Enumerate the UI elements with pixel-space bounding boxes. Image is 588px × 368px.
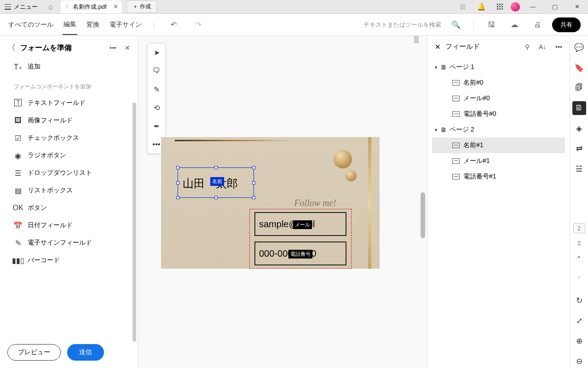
component-signature[interactable]: ✎電子サインフィールド	[0, 234, 138, 252]
sort-icon[interactable]: A↓	[539, 43, 546, 51]
panel-close-icon[interactable]: ✕	[125, 44, 130, 52]
tree-page-1[interactable]: ▾ 🗎 ページ 1	[432, 59, 565, 75]
form-field-email[interactable]: sample@mail メール	[254, 212, 346, 236]
field-icon	[452, 80, 460, 86]
pen-icon[interactable]: ✒	[151, 121, 161, 131]
highlight-icon[interactable]: ✎	[151, 84, 161, 94]
pages-icon[interactable]: 🗐	[572, 81, 586, 95]
components-section-label: フォームコンポーネントを追加	[0, 75, 138, 94]
field-icon	[452, 174, 460, 179]
form-field-phone[interactable]: 000-0000-000 電話番号	[254, 242, 346, 265]
preview-button[interactable]: プレビュー	[7, 344, 61, 361]
email-field-label: メール	[293, 220, 312, 229]
save-icon[interactable]: 🖫	[487, 20, 496, 29]
document-panel-icon[interactable]: 🗎	[572, 101, 586, 115]
document-tab[interactable]: ☆ 名刺作成.pdf ✕	[61, 0, 122, 13]
tree-page-2[interactable]: ▾ 🗎 ページ 2	[432, 122, 565, 138]
left-panel-title: フォームを準備	[20, 43, 101, 53]
form-field-name[interactable]: 山田 太郎 名前	[178, 167, 254, 198]
lasso-icon[interactable]: ⟲	[151, 103, 161, 113]
page-current-input[interactable]: 2	[573, 223, 585, 233]
rotate-icon[interactable]: ↻	[572, 293, 586, 307]
add-item[interactable]: T₊ 追加	[0, 58, 138, 75]
tree-field-phone1[interactable]: 電話番号#1	[432, 169, 565, 184]
chat-icon[interactable]: 💬	[572, 40, 586, 54]
tree-field-phone0[interactable]: 電話番号#0	[432, 106, 565, 122]
zoom-out-icon[interactable]: ⊖	[572, 354, 586, 368]
tab-convert[interactable]: 変換	[86, 15, 100, 34]
business-card: Follow me! 山田 太郎 名前 sample@mail メール 000-…	[161, 137, 380, 269]
component-text-field[interactable]: 🅃テキストフィールド	[0, 94, 138, 112]
print-icon[interactable]: 🖨	[533, 20, 542, 29]
pointer-icon[interactable]: ➤	[151, 47, 161, 58]
cloud-upload-icon[interactable]: ☁	[510, 20, 519, 29]
button-icon: OK	[14, 204, 22, 212]
canvas-scrollbar[interactable]	[421, 192, 425, 238]
field-icon	[452, 111, 460, 117]
component-dropdown[interactable]: ☰ドロップダウンリスト	[0, 164, 138, 182]
help-icon[interactable]: ？⃝	[458, 2, 467, 12]
tree-field-name0[interactable]: 名前#0	[432, 75, 565, 91]
undo-icon[interactable]: ↶	[169, 20, 178, 29]
component-button[interactable]: OKボタン	[0, 199, 138, 217]
outline-icon[interactable]: ☱	[572, 162, 586, 176]
left-scrollbar[interactable]	[133, 103, 136, 342]
redo-icon[interactable]: ↷	[194, 20, 203, 29]
dropdown-icon: ☰	[14, 169, 22, 177]
chevron-down-icon: ▾	[435, 127, 438, 133]
create-button[interactable]: ＋ 作成	[127, 0, 157, 13]
card-decor-stripe	[368, 137, 371, 269]
main-toolbar: すべてのツール 編集 変換 電子サイン ↶ ↷ テキストまたはツールを検索 🔍 …	[0, 14, 588, 36]
component-image-field[interactable]: 🖼画像フィールド	[0, 112, 138, 129]
fit-icon[interactable]: ⤢	[572, 314, 586, 328]
fields-close-icon[interactable]: ✕	[435, 43, 441, 51]
apps-icon[interactable]	[495, 2, 504, 12]
page-up-icon[interactable]: ˄	[572, 253, 586, 267]
home-icon[interactable]: ⌂	[46, 2, 55, 12]
star-icon[interactable]: ☆	[64, 3, 70, 10]
layers-icon[interactable]: ◈	[572, 121, 586, 135]
field-icon	[452, 158, 460, 164]
comment-icon[interactable]: 🗨	[151, 66, 161, 76]
filter-icon[interactable]: ⚲	[525, 43, 530, 51]
text-add-icon: T₊	[14, 63, 22, 71]
plus-icon: ＋	[133, 3, 138, 11]
zoom-in-icon[interactable]: ⊕	[572, 334, 586, 348]
submit-button[interactable]: 送信	[67, 344, 104, 361]
component-listbox[interactable]: ▤リストボックス	[0, 182, 138, 199]
tree-field-mail1[interactable]: メール#1	[432, 153, 565, 169]
search-icon[interactable]: 🔍	[451, 20, 461, 29]
right-panel: ✕ フィールド ⚲ A↓ ••• ▾ 🗎 ページ 1 名前#0 メール#0 電話…	[427, 36, 570, 368]
bookmark-icon[interactable]: 🔖	[572, 61, 586, 75]
avatar[interactable]	[511, 2, 520, 12]
toolbar-more-icon[interactable]: •••	[151, 139, 161, 150]
tab-esign[interactable]: 電子サイン	[109, 15, 143, 34]
menu-button[interactable]: メニュー	[0, 3, 42, 11]
tree-field-mail0[interactable]: メール#0	[432, 91, 565, 106]
canvas-scroll-top[interactable]	[414, 36, 419, 43]
phone-field-label: 電話番号	[288, 250, 312, 259]
share-button[interactable]: 共有	[552, 17, 581, 32]
tab-close-icon[interactable]: ✕	[113, 3, 118, 10]
radio-icon: ◉	[14, 151, 22, 160]
canvas[interactable]: ➤ 🗨 ✎ ⟲ ✒ ••• Follow me! 山田 太郎 名前 sample	[138, 36, 427, 368]
tab-all-tools[interactable]: すべてのツール	[7, 15, 54, 34]
tab-edit[interactable]: 編集	[63, 15, 77, 35]
component-radio[interactable]: ◉ラジオボタン	[0, 147, 138, 164]
more-icon[interactable]: •••	[110, 44, 116, 52]
fields-more-icon[interactable]: •••	[555, 43, 562, 51]
page-total: 2	[577, 240, 581, 247]
maximize-icon[interactable]: ▢	[546, 0, 564, 14]
close-icon[interactable]: ✕	[568, 0, 586, 14]
page-icon: 🗎	[440, 126, 447, 133]
minimize-icon[interactable]: —	[524, 0, 542, 14]
page-down-icon[interactable]: ˅	[572, 273, 586, 287]
component-checkbox[interactable]: ☑チェックボックス	[0, 129, 138, 147]
back-icon[interactable]: 〈	[7, 42, 16, 53]
component-date[interactable]: 📅日付フィールド	[0, 217, 138, 234]
tree-field-name1[interactable]: 名前#1	[432, 138, 565, 153]
field-group[interactable]: sample@mail メール 000-0000-000 電話番号	[249, 209, 352, 269]
shuffle-icon[interactable]: ⇄	[572, 142, 586, 155]
component-barcode[interactable]: ▮▮▯バーコード	[0, 252, 138, 269]
bell-icon[interactable]: 🔔	[477, 2, 486, 12]
